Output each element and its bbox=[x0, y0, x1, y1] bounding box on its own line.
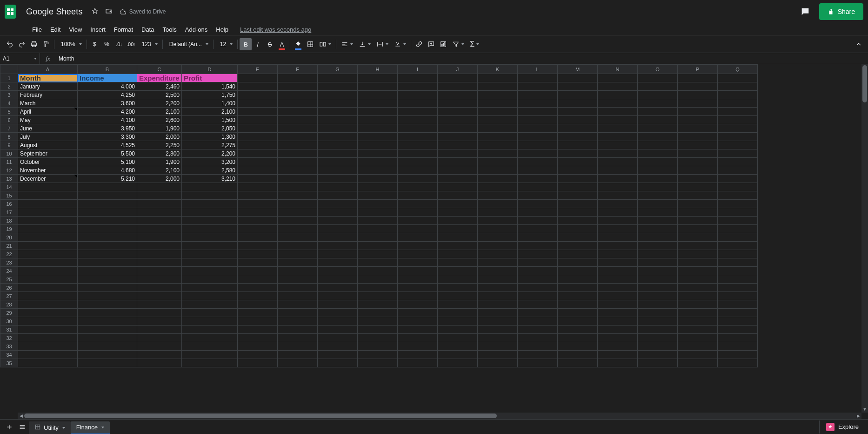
cell[interactable] bbox=[238, 250, 278, 258]
cell[interactable] bbox=[518, 166, 558, 175]
cell[interactable] bbox=[518, 200, 558, 208]
cell[interactable] bbox=[478, 292, 518, 300]
cell[interactable] bbox=[598, 359, 638, 367]
cell[interactable] bbox=[78, 284, 137, 292]
cell[interactable] bbox=[438, 124, 478, 133]
cell[interactable] bbox=[478, 141, 518, 149]
cell[interactable] bbox=[78, 342, 137, 351]
cell[interactable] bbox=[278, 208, 318, 217]
cell[interactable] bbox=[478, 166, 518, 175]
column-header[interactable]: N bbox=[598, 65, 638, 74]
cell[interactable] bbox=[358, 141, 398, 149]
bold-button[interactable]: B bbox=[240, 38, 252, 50]
cell[interactable] bbox=[558, 133, 598, 141]
column-header[interactable]: L bbox=[518, 65, 558, 74]
cell[interactable] bbox=[318, 342, 358, 351]
row-header[interactable]: 34 bbox=[0, 351, 18, 359]
cell[interactable] bbox=[478, 275, 518, 284]
cell[interactable] bbox=[278, 258, 318, 267]
cell[interactable]: 1,900 bbox=[137, 158, 182, 166]
cell[interactable] bbox=[478, 82, 518, 91]
comments-button[interactable] bbox=[798, 4, 813, 19]
italic-button[interactable]: I bbox=[252, 38, 264, 50]
cell[interactable] bbox=[182, 208, 238, 217]
filter-button[interactable] bbox=[449, 38, 467, 50]
cell[interactable] bbox=[278, 233, 318, 242]
cell[interactable] bbox=[678, 183, 718, 191]
cell[interactable] bbox=[718, 183, 758, 191]
currency-button[interactable]: $ bbox=[89, 38, 101, 50]
cell[interactable] bbox=[318, 217, 358, 225]
cell[interactable] bbox=[518, 175, 558, 183]
cell[interactable]: 4,100 bbox=[78, 116, 137, 124]
cell[interactable] bbox=[78, 200, 137, 208]
cell[interactable]: 2,100 bbox=[137, 166, 182, 175]
cell[interactable] bbox=[78, 267, 137, 275]
cell[interactable] bbox=[318, 200, 358, 208]
row-header[interactable]: 26 bbox=[0, 284, 18, 292]
cell[interactable] bbox=[358, 208, 398, 217]
cell[interactable] bbox=[478, 334, 518, 342]
cell[interactable] bbox=[558, 275, 598, 284]
cell[interactable] bbox=[358, 108, 398, 116]
cell[interactable] bbox=[238, 359, 278, 367]
row-header[interactable]: 12 bbox=[0, 166, 18, 175]
cell[interactable]: 4,000 bbox=[78, 82, 137, 91]
cell[interactable] bbox=[398, 149, 438, 158]
cell[interactable] bbox=[318, 166, 358, 175]
cell[interactable] bbox=[718, 116, 758, 124]
chevron-down-icon[interactable] bbox=[62, 427, 65, 429]
cell[interactable] bbox=[182, 191, 238, 200]
cell[interactable]: 2,200 bbox=[182, 149, 238, 158]
row-header[interactable]: 10 bbox=[0, 149, 18, 158]
cell[interactable] bbox=[18, 242, 78, 250]
cell[interactable]: Profit bbox=[182, 74, 238, 82]
cell[interactable] bbox=[558, 208, 598, 217]
share-button[interactable]: Share bbox=[819, 3, 863, 20]
cell[interactable] bbox=[278, 326, 318, 334]
cell[interactable] bbox=[182, 275, 238, 284]
cell[interactable] bbox=[18, 183, 78, 191]
cell[interactable] bbox=[678, 208, 718, 217]
cell[interactable]: 3,600 bbox=[78, 99, 137, 108]
cell[interactable] bbox=[318, 275, 358, 284]
cell[interactable] bbox=[278, 191, 318, 200]
cell[interactable] bbox=[718, 342, 758, 351]
cell[interactable] bbox=[718, 217, 758, 225]
cell[interactable] bbox=[598, 309, 638, 317]
cell[interactable] bbox=[638, 99, 678, 108]
cell[interactable] bbox=[678, 292, 718, 300]
cell[interactable] bbox=[598, 342, 638, 351]
cell[interactable] bbox=[678, 133, 718, 141]
cell[interactable] bbox=[278, 359, 318, 367]
cell[interactable] bbox=[358, 175, 398, 183]
cell[interactable] bbox=[438, 267, 478, 275]
cell[interactable] bbox=[438, 334, 478, 342]
cell[interactable]: 4,680 bbox=[78, 166, 137, 175]
cell[interactable] bbox=[182, 292, 238, 300]
cell[interactable]: 5,210 bbox=[78, 175, 137, 183]
cell[interactable] bbox=[137, 300, 182, 309]
cell[interactable] bbox=[278, 108, 318, 116]
percent-button[interactable]: % bbox=[101, 38, 113, 50]
cell[interactable] bbox=[718, 158, 758, 166]
column-header[interactable]: J bbox=[438, 65, 478, 74]
cell[interactable] bbox=[438, 175, 478, 183]
all-sheets-button[interactable] bbox=[16, 420, 29, 434]
cell[interactable]: May bbox=[18, 116, 78, 124]
cell[interactable] bbox=[398, 351, 438, 359]
cell[interactable] bbox=[398, 116, 438, 124]
cell[interactable]: 1,750 bbox=[182, 91, 238, 99]
cell[interactable] bbox=[358, 351, 398, 359]
cell[interactable]: December bbox=[18, 175, 78, 183]
cell[interactable] bbox=[182, 351, 238, 359]
cell[interactable] bbox=[678, 166, 718, 175]
cell[interactable] bbox=[438, 250, 478, 258]
cell[interactable] bbox=[318, 258, 358, 267]
column-header[interactable]: I bbox=[398, 65, 438, 74]
cell[interactable] bbox=[638, 175, 678, 183]
cell[interactable] bbox=[358, 233, 398, 242]
cell[interactable] bbox=[718, 82, 758, 91]
row-header[interactable]: 19 bbox=[0, 225, 18, 233]
cell[interactable] bbox=[438, 275, 478, 284]
